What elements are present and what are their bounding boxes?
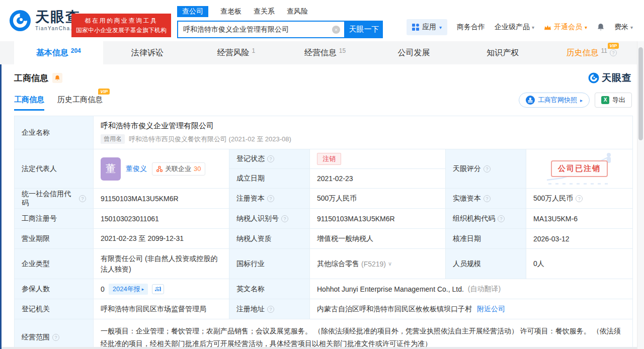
- tab-count: 204: [71, 47, 81, 54]
- search-tab-relation[interactable]: 查关系: [254, 7, 275, 16]
- reg-capital-cell: 500万人民币: [310, 189, 446, 208]
- search-button[interactable]: 天眼一下: [345, 21, 383, 38]
- reg-no-cell: 150103023011061: [94, 209, 229, 228]
- vip-badge: VIP: [608, 43, 619, 49]
- company-name-value: 呼和浩特市俊义企业管理有限公司: [101, 121, 214, 131]
- top-header: 天眼查 TianYanCha.com 都在用的商业查询工具 国家中小企业发展子基…: [0, 0, 644, 41]
- official-snapshot-button[interactable]: 工商官网快照 ▸: [519, 93, 590, 108]
- legal-rep-avatar[interactable]: 董: [101, 157, 121, 181]
- bottom-strip: [0, 347, 644, 349]
- nav-apps[interactable]: 应用 ▾: [407, 19, 447, 35]
- nav-user[interactable]: 费米 ▾: [614, 23, 633, 32]
- tab-operation-info[interactable]: 经营信息 15: [281, 41, 370, 64]
- establish-date-label: 成立日期: [229, 169, 310, 188]
- reg-address-label: 注册地址 ?: [229, 299, 310, 319]
- annual-report-badge[interactable]: 2024年报 ▸: [109, 284, 148, 295]
- help-icon[interactable]: ?: [281, 215, 288, 222]
- help-icon[interactable]: ?: [576, 195, 583, 202]
- reg-address-cell: 内蒙古自治区呼和浩特市回民区攸攸板镇坝口子村 附近公司: [310, 299, 632, 319]
- nav-vip[interactable]: 开通会员 ▾: [544, 23, 587, 32]
- search-input[interactable]: [178, 22, 344, 37]
- english-name-cell: Hohhot Junyi Enterprise Management Co., …: [310, 279, 632, 299]
- tab-label: 历史信息: [567, 48, 599, 58]
- search-tab-company[interactable]: 查公司: [177, 6, 208, 17]
- left-edge-accent: [0, 64, 2, 349]
- help-icon[interactable]: ?: [267, 155, 274, 162]
- help-icon[interactable]: ?: [52, 334, 59, 341]
- help-icon[interactable]: ?: [267, 195, 274, 202]
- subtab-business-info[interactable]: 工商信息: [14, 95, 44, 111]
- score-cell: 公司已注销: [526, 149, 632, 188]
- tab-label: 知识产权: [487, 48, 519, 58]
- subscribe-bell-icon[interactable]: [52, 73, 62, 83]
- business-scope-label: 经营范围 ?: [15, 319, 94, 349]
- help-icon[interactable]: ?: [267, 306, 274, 313]
- search-tabs: 查公司 查老板 查关系 查风险: [177, 6, 383, 17]
- tab-company-development[interactable]: 公司发展: [369, 41, 458, 64]
- address-value: 内蒙古自治区呼和浩特市回民区攸攸板镇坝口子村: [317, 305, 472, 314]
- company-tab-bar: 基本信息 204 法律诉讼 经营风险 1 经营信息 15 公司发展 知识产权 V…: [0, 41, 644, 64]
- subtab-history-business-info[interactable]: VIP 历史工商信息: [57, 95, 103, 111]
- tab-basic-info[interactable]: 基本信息 204: [14, 41, 103, 64]
- insured-count-label: 参保人数: [15, 279, 94, 299]
- auto-translate-note: (自动翻译): [468, 285, 501, 294]
- business-scope-cell: 一般项目：企业管理；餐饮管理；农副产品销售；会议及展览服务。 （除依法须经批准的…: [94, 319, 632, 349]
- tianyancha-logo-icon: [588, 72, 599, 83]
- section-title: 工商信息: [14, 72, 48, 84]
- chevron-down-icon: ▾: [585, 25, 587, 30]
- search-area: 查公司 查老板 查关系 查风险 × 天眼一下: [177, 6, 383, 38]
- help-icon[interactable]: ?: [610, 49, 617, 56]
- tab-intellectual-property[interactable]: 知识产权: [458, 41, 547, 64]
- tab-history-info[interactable]: VIP 历史信息 11 ?: [547, 41, 636, 64]
- help-icon[interactable]: ?: [484, 165, 491, 172]
- status-badge: 注销: [317, 153, 341, 165]
- help-icon[interactable]: ?: [498, 215, 505, 222]
- taxpayer-id-cell: 91150103MA13U5KM6R: [310, 209, 446, 228]
- watermark-text: 天眼查: [602, 71, 632, 84]
- nav-cooperation[interactable]: 商务合作: [457, 23, 485, 32]
- search-tab-risk[interactable]: 查风险: [287, 7, 308, 16]
- export-button[interactable]: X 导出: [595, 93, 632, 108]
- business-info-table: 企业名称 呼和浩特市俊义企业管理有限公司 曾用名 呼和浩特市西贝俊义餐饮有限公司…: [14, 116, 633, 349]
- company-type-label: 企业类型: [15, 249, 94, 279]
- nav-enterprise[interactable]: 企业级产品 ▾: [495, 23, 534, 32]
- former-name-value: 呼和浩特市西贝俊义餐饮有限公司 (2021-02 至 2023-08): [129, 135, 291, 144]
- promo-line2: 国家中小企业发展子基金旗下机构: [76, 26, 167, 35]
- establish-date-cell: 2021-02-23: [310, 169, 446, 188]
- deregistered-stamp: 公司已注销: [551, 160, 608, 177]
- help-icon[interactable]: ?: [79, 195, 86, 202]
- english-name-label: 英文名称: [229, 279, 310, 299]
- related-label: 关联企业: [165, 164, 191, 173]
- tab-label: 公司发展: [398, 48, 430, 58]
- reg-authority-label: 登记机关: [15, 299, 94, 319]
- staff-size-label: 人员规模: [446, 249, 526, 279]
- search-tab-boss[interactable]: 查老板: [220, 7, 242, 16]
- insured-value: 0: [101, 285, 105, 293]
- insured-count-cell: 0 2024年报 ▸: [94, 279, 229, 299]
- company-name-cell: 呼和浩特市俊义企业管理有限公司 曾用名 呼和浩特市西贝俊义餐饮有限公司 (202…: [94, 116, 632, 149]
- chevron-down-icon[interactable]: ∨: [388, 260, 392, 267]
- english-name-value: Hohhot Junyi Enterprise Management Co., …: [317, 285, 464, 293]
- nav-enterprise-label: 企业级产品: [495, 23, 530, 32]
- legal-rep-name-link[interactable]: 董俊义: [126, 164, 147, 173]
- taxpayer-quality-cell: 增值税一般纳税人: [310, 229, 446, 248]
- vip-badge: VIP: [98, 89, 110, 95]
- clear-search-icon[interactable]: ×: [332, 26, 340, 34]
- tab-operation-risk[interactable]: 经营风险 1: [192, 41, 281, 64]
- header-nav: 应用 ▾ 商务合作 企业级产品 ▾ 开通会员 ▾ 费米 ▾: [407, 19, 633, 35]
- related-companies-button[interactable]: 关联企业 30: [152, 162, 205, 176]
- page-scrollbar[interactable]: [637, 41, 644, 349]
- nearby-companies-link[interactable]: 附近公司: [477, 305, 505, 314]
- legal-rep-cell: 董 董俊义 关联企业 30: [94, 149, 229, 188]
- paid-capital-label: 实缴资本 ?: [446, 189, 526, 208]
- taxpayer-id-label: 纳税人识别号 ?: [229, 209, 310, 228]
- help-icon[interactable]: ?: [484, 195, 491, 202]
- scrollbar-thumb[interactable]: [638, 47, 643, 140]
- chevron-right-icon: ▸: [142, 287, 144, 292]
- tab-label: 基本信息: [36, 48, 68, 58]
- related-count: 30: [194, 165, 201, 172]
- notification-bell-icon[interactable]: [597, 23, 605, 32]
- search-box: × 天眼一下: [177, 21, 383, 38]
- tab-legal[interactable]: 法律诉讼: [103, 41, 192, 64]
- trend-chart-icon[interactable]: [152, 284, 164, 294]
